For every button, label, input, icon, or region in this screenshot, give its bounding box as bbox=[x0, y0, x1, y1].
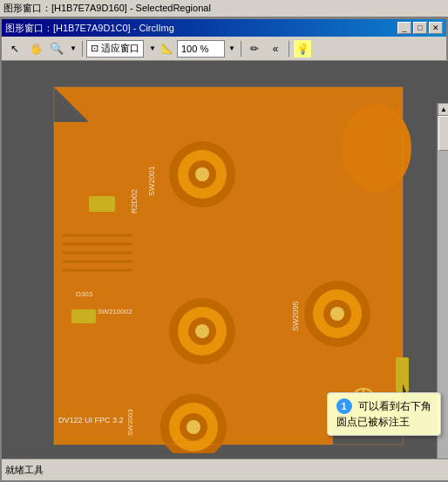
svg-point-20 bbox=[330, 307, 344, 321]
minimize-button[interactable]: _ bbox=[397, 22, 411, 34]
back-icon: « bbox=[273, 43, 279, 55]
zoom-percent-arrow[interactable]: ▼ bbox=[147, 39, 158, 58]
svg-text:SW210002: SW210002 bbox=[98, 308, 132, 316]
back-button[interactable]: « bbox=[266, 39, 285, 58]
title-buttons: _ □ ✕ bbox=[397, 22, 443, 34]
zoom-percent-label: 📐 bbox=[161, 43, 173, 54]
zoom-percent-dropdown[interactable]: 100 % bbox=[177, 40, 225, 58]
pen-tool-button[interactable]: ✏ bbox=[245, 39, 264, 58]
svg-point-11 bbox=[195, 167, 209, 181]
maximize-button[interactable]: □ bbox=[413, 22, 427, 34]
svg-rect-7 bbox=[89, 196, 115, 212]
fit-window-dropdown[interactable]: ⊡ 适应窗口 bbox=[86, 40, 144, 58]
svg-point-1 bbox=[342, 105, 411, 192]
tooltip-line2: 圆点已被标注王 bbox=[336, 416, 410, 428]
zoom-dropdown-arrow[interactable]: ▼ bbox=[68, 39, 78, 58]
zoom-tool-button[interactable]: 🔍 bbox=[47, 39, 66, 58]
separator-1 bbox=[82, 41, 83, 57]
fit-window-label: 适应窗口 bbox=[101, 42, 139, 55]
tooltip-line1: 可以看到右下角 bbox=[358, 400, 431, 412]
scroll-thumb[interactable] bbox=[438, 116, 449, 151]
parent-title-text: 图形窗口：[H1B7E7A9D160] - SelectedRegional bbox=[3, 2, 211, 15]
toolbar: ↖ 🖐 🔍 ▼ ⊡ 适应窗口 ▼ 📐 100 % bbox=[2, 37, 446, 61]
hand-icon: 🖐 bbox=[30, 43, 43, 55]
svg-point-16 bbox=[195, 324, 209, 338]
zoom-icon: 🔍 bbox=[50, 42, 64, 55]
bulb-icon: 💡 bbox=[296, 43, 309, 55]
tooltip-number: 1 bbox=[336, 398, 352, 414]
svg-rect-12 bbox=[71, 309, 96, 323]
zoom-arrow-icon: ▼ bbox=[70, 44, 77, 52]
pen-icon: ✏ bbox=[250, 43, 259, 55]
percent-icon: 📐 bbox=[161, 43, 173, 53]
tooltip-bubble: 1 可以看到右下角 圆点已被标注王 bbox=[327, 392, 441, 436]
hand-tool-button[interactable]: 🖐 bbox=[26, 39, 45, 58]
svg-text:R2D02: R2D02 bbox=[130, 189, 139, 214]
parent-title-bar: 图形窗口：[H1B7E7A9D160] - SelectedRegional bbox=[0, 0, 448, 17]
svg-text:D303: D303 bbox=[76, 290, 93, 298]
inner-title-text: 图形窗口：[H1B7E7A9D1C0] - CirclImg bbox=[5, 22, 174, 35]
zoom-percent-arrow-icon: ▼ bbox=[149, 44, 156, 52]
inner-title-bar: 图形窗口：[H1B7E7A9D1C0] - CirclImg _ □ ✕ bbox=[2, 19, 446, 37]
svg-text:SW2095: SW2095 bbox=[291, 301, 300, 331]
image-canvas: R2D02 SW2001 D303 SW210002 SW2095 SW2003… bbox=[2, 61, 448, 462]
status-bar: 就绪工具 bbox=[2, 458, 448, 480]
status-text: 就绪工具 bbox=[5, 464, 44, 477]
arrow-tool-button[interactable]: ↖ bbox=[5, 39, 24, 58]
inner-window: 图形窗口：[H1B7E7A9D1C0] - CirclImg _ □ ✕ ↖ 🖐… bbox=[0, 17, 448, 482]
svg-text:SW2001: SW2001 bbox=[147, 166, 156, 196]
svg-text:SW2003: SW2003 bbox=[126, 409, 134, 436]
zoom-pct-arrow-icon: ▼ bbox=[228, 44, 235, 52]
zoom-percent-dropdown-arrow[interactable]: ▼ bbox=[227, 39, 237, 58]
separator-3 bbox=[288, 41, 289, 57]
svg-point-24 bbox=[187, 420, 200, 434]
bulb-button[interactable]: 💡 bbox=[293, 39, 312, 58]
arrow-icon: ↖ bbox=[10, 43, 19, 55]
close-button[interactable]: ✕ bbox=[429, 22, 443, 34]
scroll-up-button[interactable]: ▲ bbox=[438, 103, 449, 116]
zoom-percent-value: 100 % bbox=[181, 44, 208, 54]
fit-window-icon: ⊡ bbox=[91, 43, 98, 54]
svg-text:DV122 UI FPC 3.2: DV122 UI FPC 3.2 bbox=[58, 416, 124, 424]
separator-2 bbox=[241, 41, 241, 57]
